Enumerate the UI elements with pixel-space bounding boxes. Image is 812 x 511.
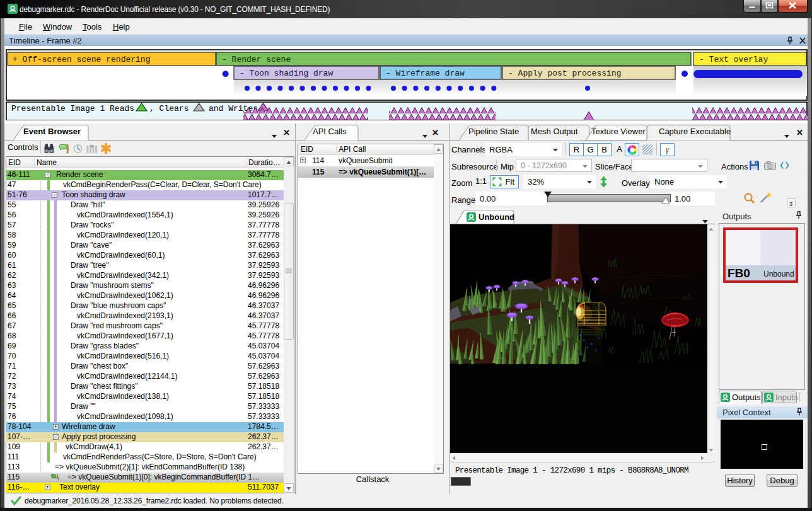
svg-text:- Apply post processing: - Apply post processing	[508, 69, 621, 78]
svg-text:Presentable Image 1 Reads: Presentable Image 1 Reads	[11, 104, 134, 113]
svg-text:, Clears: , Clears	[149, 104, 188, 113]
svg-text:- Text overlay: - Text overlay	[699, 55, 768, 64]
svg-text:- Render scene: - Render scene	[222, 55, 291, 64]
svg-text:- Toon shading draw: - Toon shading draw	[240, 69, 333, 78]
svg-text:- Wireframe draw: - Wireframe draw	[386, 69, 465, 78]
svg-text:+ Off-screen scene rendering: + Off-screen scene rendering	[13, 55, 150, 64]
